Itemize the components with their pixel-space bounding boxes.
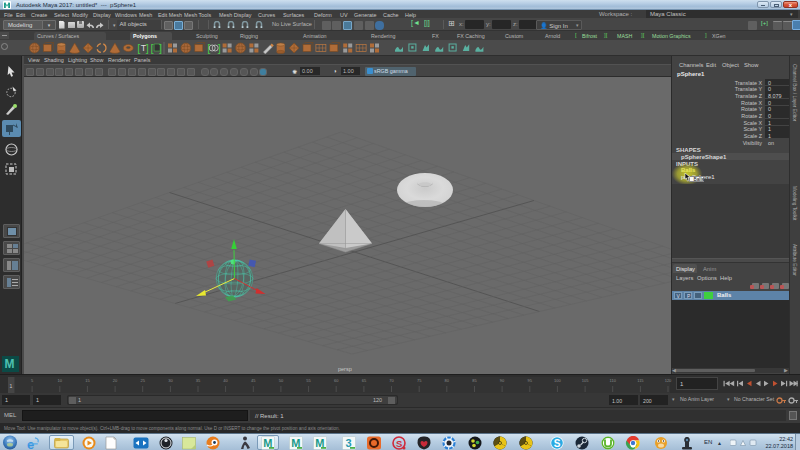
- svg-text:80: 80: [445, 378, 450, 383]
- svg-text:]: ]: [218, 42, 221, 54]
- svg-text:95: 95: [528, 378, 533, 383]
- svg-text:25: 25: [140, 378, 145, 383]
- svg-text:50: 50: [279, 378, 284, 383]
- svg-text:]: ]: [159, 42, 162, 54]
- svg-text:M: M: [291, 436, 300, 448]
- svg-text:115: 115: [637, 378, 644, 383]
- svg-text:30: 30: [168, 378, 173, 383]
- svg-text:75: 75: [417, 378, 422, 383]
- svg-text:20: 20: [113, 378, 118, 383]
- svg-text:3: 3: [346, 436, 352, 448]
- svg-text:100: 100: [554, 378, 561, 383]
- svg-text:90: 90: [500, 378, 505, 383]
- svg-text:S: S: [396, 437, 402, 448]
- svg-text:70: 70: [389, 378, 394, 383]
- svg-text:M: M: [315, 436, 324, 448]
- svg-text:45: 45: [251, 378, 256, 383]
- svg-text:S: S: [554, 437, 561, 448]
- svg-text:]: ]: [146, 42, 149, 54]
- svg-text:60: 60: [334, 378, 339, 383]
- svg-text:persp: persp: [338, 366, 352, 372]
- svg-text:110: 110: [610, 378, 617, 383]
- svg-text:85: 85: [472, 378, 477, 383]
- svg-text:[: [: [151, 42, 154, 54]
- svg-text:M: M: [263, 436, 272, 448]
- svg-text:15: 15: [85, 378, 90, 383]
- svg-text:1: 1: [10, 383, 13, 389]
- svg-text:10: 10: [58, 378, 63, 383]
- svg-text:105: 105: [582, 378, 589, 383]
- svg-text:35: 35: [196, 378, 201, 383]
- svg-text:40: 40: [223, 378, 228, 383]
- svg-text:55: 55: [306, 378, 311, 383]
- svg-text:120: 120: [665, 378, 672, 383]
- svg-text:[: [: [207, 42, 210, 54]
- svg-text:65: 65: [362, 378, 367, 383]
